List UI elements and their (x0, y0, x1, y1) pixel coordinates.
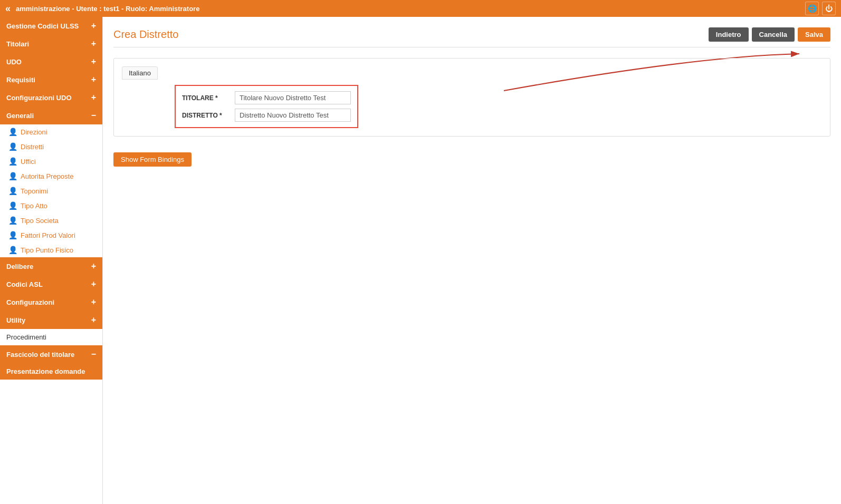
globe-icon[interactable]: 🌐 (805, 2, 819, 15)
sidebar-item-label: Direzioni (21, 128, 47, 136)
collapse-icon: − (91, 111, 96, 120)
user-icon: 👤 (8, 187, 17, 195)
titolare-label: TITOLARE * (182, 94, 230, 102)
back-arrow-icon[interactable]: « (5, 3, 11, 14)
content-area: Crea Distretto Indietro Cancella Salva (103, 17, 841, 504)
sidebar-item-label: Toponimi (21, 187, 48, 195)
sidebar-label: UDO (6, 58, 22, 66)
sidebar-label: Requisiti (6, 76, 35, 84)
sidebar-item-udo[interactable]: UDO + (0, 53, 102, 71)
form-container: Italiano TITOLARE * DISTRETTO * (113, 58, 830, 137)
sidebar-label: Presentazione domande (6, 367, 85, 375)
sidebar-label: Fascicolo del titolare (6, 351, 74, 358)
sidebar-item-codici-asl[interactable]: Codici ASL + (0, 275, 102, 293)
sidebar-item-autorita-preposte[interactable]: 👤 Autorita Preposte (0, 169, 102, 183)
sidebar-item-label: Tipo Punto Fisico (21, 246, 73, 254)
sidebar-item-tipo-atto[interactable]: 👤 Tipo Atto (0, 198, 102, 213)
procedimenti-label: Procedimenti (0, 329, 102, 345)
distretto-input[interactable] (235, 109, 351, 122)
sidebar-item-fattori-prod-valori[interactable]: 👤 Fattori Prod Valori (0, 228, 102, 243)
indietro-button[interactable]: Indietro (709, 27, 749, 42)
sidebar-item-fascicolo[interactable]: Fascicolo del titolare − (0, 345, 102, 363)
expand-icon: + (91, 21, 96, 31)
expand-icon: + (91, 315, 96, 325)
user-icon: 👤 (8, 142, 17, 151)
content-header: Crea Distretto Indietro Cancella Salva (113, 27, 830, 47)
expand-icon: + (91, 93, 96, 102)
expand-icon: + (91, 279, 96, 289)
expand-icon: + (91, 39, 96, 49)
sidebar: Gestione Codici ULSS + Titolari + UDO + … (0, 17, 103, 504)
sidebar-label: Delibere (6, 263, 33, 270)
sidebar-item-delibere[interactable]: Delibere + (0, 257, 102, 275)
sidebar-item-presentazione[interactable]: Presentazione domande (0, 363, 102, 380)
sidebar-item-toponimi[interactable]: 👤 Toponimi (0, 183, 102, 198)
user-icon: 👤 (8, 172, 17, 180)
sidebar-item-tipo-punto-fisico[interactable]: 👤 Tipo Punto Fisico (0, 243, 102, 257)
sidebar-item-configurazioni-udo[interactable]: Configurazioni UDO + (0, 89, 102, 106)
expand-icon: + (91, 297, 96, 307)
sidebar-item-direzioni[interactable]: 👤 Direzioni (0, 124, 102, 139)
sidebar-item-label: Tipo Atto (21, 202, 47, 210)
power-icon[interactable]: ⏻ (822, 2, 836, 15)
sidebar-item-tipo-societa[interactable]: 👤 Tipo Societa (0, 213, 102, 228)
sidebar-item-requisiti[interactable]: Requisiti + (0, 71, 102, 89)
top-bar-icons: 🌐 ⏻ (805, 2, 836, 15)
language-tab[interactable]: Italiano (122, 66, 158, 80)
sidebar-label: Titolari (6, 40, 29, 48)
sidebar-label: Codici ASL (6, 280, 43, 288)
cancella-button[interactable]: Cancella (752, 27, 795, 42)
titolare-input[interactable] (235, 91, 351, 104)
top-bar: « amministrazione - Utente : test1 - Ruo… (0, 0, 841, 17)
sidebar-label: Configurazioni (6, 298, 54, 306)
sidebar-item-gestione-codici[interactable]: Gestione Codici ULSS + (0, 17, 102, 35)
expand-icon: + (91, 75, 96, 84)
user-icon: 👤 (8, 157, 17, 166)
sidebar-item-label: Fattori Prod Valori (21, 231, 75, 239)
user-icon: 👤 (8, 231, 17, 239)
expand-icon: + (91, 57, 96, 66)
main-layout: Gestione Codici ULSS + Titolari + UDO + … (0, 17, 841, 504)
distretto-label: DISTRETTO * (182, 112, 230, 119)
page-title: Crea Distretto (113, 28, 178, 41)
show-form-bindings-button[interactable]: Show Form Bindings (113, 152, 192, 167)
user-icon: 👤 (8, 246, 17, 254)
collapse-icon: − (91, 350, 96, 359)
sidebar-item-uffici[interactable]: 👤 Uffici (0, 154, 102, 169)
user-icon: 👤 (8, 216, 17, 225)
sidebar-item-label: Uffici (21, 158, 36, 166)
sidebar-label: Generali (6, 112, 34, 120)
sidebar-label: Utility (6, 316, 25, 324)
sidebar-label: Configurazioni UDO (6, 94, 72, 102)
sidebar-item-distretti[interactable]: 👤 Distretti (0, 139, 102, 154)
form-row-titolare: TITOLARE * (179, 89, 354, 106)
sidebar-item-configurazioni[interactable]: Configurazioni + (0, 293, 102, 311)
sidebar-item-titolari[interactable]: Titolari + (0, 35, 102, 53)
app-title: amministrazione - Utente : test1 - Ruolo… (16, 5, 805, 13)
sidebar-item-utility[interactable]: Utility + (0, 311, 102, 329)
expand-icon: + (91, 261, 96, 271)
sidebar-item-label: Autorita Preposte (21, 172, 73, 180)
form-fields-box: TITOLARE * DISTRETTO * (175, 85, 358, 128)
user-icon: 👤 (8, 128, 17, 136)
user-icon: 👤 (8, 201, 17, 210)
sidebar-item-label: Distretti (21, 143, 44, 151)
salva-button[interactable]: Salva (798, 27, 830, 42)
sidebar-item-label: Tipo Societa (21, 217, 59, 225)
form-row-distretto: DISTRETTO * (179, 106, 354, 124)
header-buttons: Indietro Cancella Salva (709, 27, 830, 42)
sidebar-label: Gestione Codici ULSS (6, 22, 79, 30)
sidebar-item-generali[interactable]: Generali − (0, 106, 102, 124)
